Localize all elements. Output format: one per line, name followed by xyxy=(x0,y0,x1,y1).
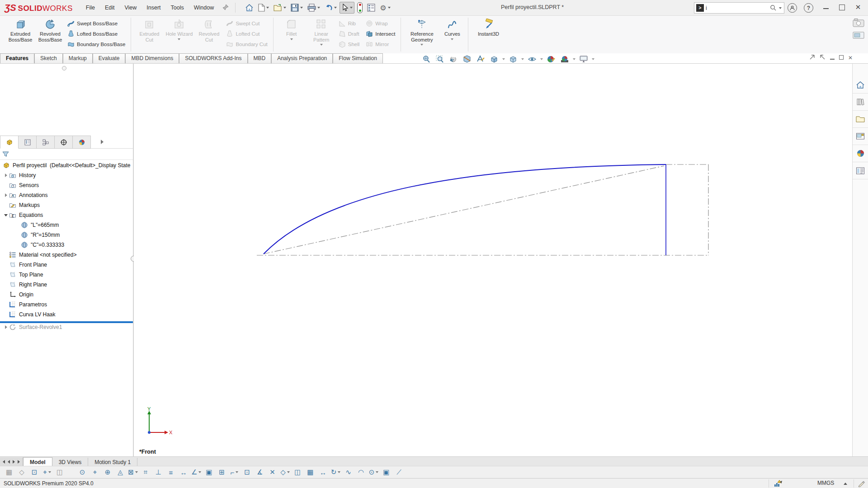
view-settings-caret-icon[interactable] xyxy=(592,58,594,60)
rotate-tool-icon[interactable]: ↻ xyxy=(330,467,341,478)
expand-arrow-icon[interactable] xyxy=(3,325,9,329)
tree-root-part[interactable]: Perfil proyectil (Default<<Default>_Disp… xyxy=(0,160,133,170)
section-view-button[interactable] xyxy=(461,54,473,65)
rib-button[interactable]: Rib xyxy=(336,18,362,28)
expand-arrow-icon[interactable] xyxy=(3,174,9,177)
line-tool-icon[interactable]: ⟋ xyxy=(393,467,404,478)
grid-snap-icon[interactable]: ⊞ xyxy=(216,467,227,478)
rebuild-button[interactable] xyxy=(355,0,364,15)
previous-view-button[interactable] xyxy=(447,54,460,65)
tree-item-equation-L[interactable]: "L"=665mm xyxy=(0,220,133,230)
tree-item-equation-R[interactable]: "R"=150mm xyxy=(0,230,133,240)
custom-properties-tab[interactable] xyxy=(853,162,868,179)
hide-show-caret-icon[interactable] xyxy=(540,58,543,60)
hide-show-items-button[interactable] xyxy=(526,54,538,65)
mirror-tool-icon[interactable]: ◫ xyxy=(292,467,303,478)
arc-tool-icon[interactable]: ◠ xyxy=(355,467,366,478)
zoom-to-fit-button[interactable] xyxy=(420,54,433,65)
tree-item-curva-lv-haak[interactable]: Curva LV Haak xyxy=(0,310,133,319)
tree-item-history[interactable]: History xyxy=(0,170,133,180)
snap-options-icon[interactable]: ⌐ xyxy=(229,467,240,478)
undo-button[interactable] xyxy=(323,2,339,14)
settings-button[interactable]: ⚙ xyxy=(378,2,392,14)
tab-3d-views[interactable]: 3D Views xyxy=(52,458,88,466)
user-account-icon[interactable] xyxy=(788,3,798,13)
propertymanager-tab[interactable] xyxy=(19,136,37,149)
instant3d-button[interactable]: Instant3D xyxy=(472,17,505,38)
linear-pattern-button[interactable]: Linear Pattern xyxy=(307,17,336,47)
tab-features[interactable]: Features xyxy=(0,53,34,63)
tab-flow-simulation[interactable]: Flow Simulation xyxy=(333,53,383,63)
menu-file[interactable]: File xyxy=(81,1,100,14)
hole-wizard-button[interactable]: Hole Wizard xyxy=(164,17,194,42)
record-video-icon[interactable] xyxy=(853,31,864,41)
new-document-button[interactable] xyxy=(256,2,271,14)
select-tool-button[interactable] xyxy=(340,2,354,14)
screen-capture-icon[interactable] xyxy=(853,18,864,28)
units-selector[interactable]: MMGS xyxy=(817,480,834,486)
revolved-cut-button[interactable]: Revolved Cut xyxy=(194,17,224,44)
tree-item-markups[interactable]: Markups xyxy=(0,200,133,210)
configurationmanager-tab[interactable] xyxy=(37,136,55,149)
draft-button[interactable]: Draft xyxy=(336,28,362,39)
edit-appearance-button[interactable] xyxy=(545,54,557,65)
featuremanager-tree-tab[interactable] xyxy=(0,136,19,149)
tab-mbd[interactable]: MBD xyxy=(248,53,272,63)
dynamic-annotation-views-button[interactable] xyxy=(474,54,487,65)
rollback-bar[interactable] xyxy=(0,321,133,323)
midpoint-snap-icon[interactable]: ⊕ xyxy=(102,467,113,478)
expand-arrow-icon[interactable] xyxy=(3,193,9,197)
tangent-snap-icon[interactable]: ⊥ xyxy=(153,467,164,478)
tree-item-sensors[interactable]: Sensors xyxy=(0,180,133,190)
view-settings-button[interactable] xyxy=(577,54,590,65)
lofted-boss-base-button[interactable]: Lofted Boss/Base xyxy=(65,28,127,39)
extruded-boss-base-button[interactable]: Extruded Boss/Base xyxy=(5,17,35,44)
search-icon[interactable] xyxy=(770,5,777,11)
search-box[interactable]: > i xyxy=(694,2,784,14)
point-snap-icon[interactable]: ⊙ xyxy=(77,467,88,478)
units-caret-icon[interactable] xyxy=(844,483,847,485)
tab-evaluate[interactable]: Evaluate xyxy=(93,53,126,63)
apply-scene-caret-icon[interactable] xyxy=(573,58,576,60)
tree-filter-input[interactable] xyxy=(12,150,133,159)
lofted-cut-button[interactable]: Lofted Cut xyxy=(224,28,269,39)
move-tool-icon[interactable]: ↔ xyxy=(317,467,328,478)
open-button[interactable] xyxy=(272,2,288,14)
reference-geometry-button[interactable]: Reference Geometry xyxy=(404,17,439,47)
tree-item-parametros[interactable]: Parametros xyxy=(0,300,133,310)
tree-item-right-plane[interactable]: Right Plane xyxy=(0,280,133,290)
panel-top-splitter-handle[interactable] xyxy=(62,66,66,70)
revolved-boss-base-button[interactable]: Revolved Boss/Base xyxy=(35,17,65,44)
display-options-button[interactable] xyxy=(365,2,377,14)
offset-tool-icon[interactable]: ◇ xyxy=(279,467,290,478)
tree-item-equations[interactable]: Σ Equations xyxy=(0,210,133,220)
tab-motion-study-1[interactable]: Motion Study 1 xyxy=(88,458,137,466)
dimension-tool-icon[interactable]: ∡ xyxy=(254,467,265,478)
tree-item-origin[interactable]: Origin xyxy=(0,290,133,300)
intersect-button[interactable]: Intersect xyxy=(363,28,397,39)
view-palette-tab[interactable] xyxy=(853,128,868,145)
design-library-tab[interactable] xyxy=(853,94,868,111)
restore-button[interactable] xyxy=(836,3,847,12)
curves-button[interactable]: Curves xyxy=(439,17,465,42)
spline-tool-icon[interactable]: ∿ xyxy=(343,467,354,478)
menu-view[interactable]: View xyxy=(119,1,142,14)
dimxpertmanager-tab[interactable] xyxy=(55,136,73,149)
wrap-button[interactable]: Wrap xyxy=(363,18,397,28)
sketch-canvas[interactable] xyxy=(134,64,852,456)
minimize-button[interactable] xyxy=(821,3,831,10)
view-orientation-button[interactable] xyxy=(488,54,500,65)
relations-icon[interactable]: ⊡ xyxy=(241,467,252,478)
tab-markup[interactable]: Markup xyxy=(63,53,93,63)
select-filter-icon[interactable]: ⌖ xyxy=(42,467,52,478)
tab-analysis-preparation[interactable]: Analysis Preparation xyxy=(271,53,333,63)
swept-cut-button[interactable]: Swept Cut xyxy=(224,18,269,28)
expand-viewport-icon[interactable] xyxy=(820,54,826,61)
doc-restore-icon[interactable] xyxy=(839,55,844,61)
tab-solidworks-add-ins[interactable]: SOLIDWORKS Add-Ins xyxy=(179,53,247,63)
doc-minimize-icon[interactable] xyxy=(830,55,835,61)
mirror-button[interactable]: Mirror xyxy=(363,39,397,49)
performance-warning-icon[interactable] xyxy=(774,480,782,488)
shell-button[interactable]: Shell xyxy=(336,39,362,49)
tab-scroll-controls[interactable] xyxy=(0,457,23,466)
